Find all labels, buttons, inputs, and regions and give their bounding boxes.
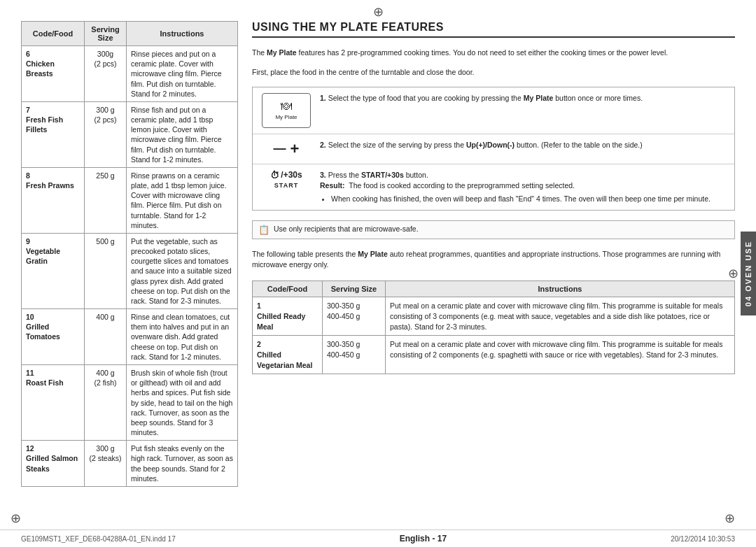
bottom-left-compass-icon: ⊕ xyxy=(10,511,21,526)
second-row-serving: 300-350 g400-450 g xyxy=(323,297,386,336)
second-row-serving: 300-350 g400-450 g xyxy=(323,336,386,374)
col-header-serving: Serving Size xyxy=(85,22,127,46)
second-row-instructions: Put meal on a ceramic plate and cover wi… xyxy=(386,336,735,374)
right-section: USING THE MY PLATE FEATURES The My Plate… xyxy=(252,21,735,523)
intro-text-2: First, place the food in the centre of t… xyxy=(252,67,735,78)
plus-icon: + xyxy=(290,140,300,158)
row-serving: 400 g(2 fish) xyxy=(85,364,127,440)
row-instructions: Rinse fish and put on a ceramic plate, a… xyxy=(127,101,238,167)
table-row: 6Chicken Breasts 300g(2 pcs) Rinse piece… xyxy=(22,46,238,102)
steps-box: 🍽 My Plate 1. Select the type of food th… xyxy=(252,87,735,211)
footer-left: GE109MST1_XEF_DE68-04288A-01_EN.indd 17 xyxy=(21,535,176,543)
row-serving: 400 g xyxy=(85,309,127,365)
second-table-row: 2Chilled Vegetarian Meal 300-350 g400-45… xyxy=(253,336,735,374)
row-serving: 300 g(2 pcs) xyxy=(85,101,127,167)
row-instructions: Put the vegetable, such as precooked pot… xyxy=(127,233,238,308)
step-1-num: 1. xyxy=(320,94,326,102)
page-container: ⊕ Code/Food Serving Size Instructions 6C… xyxy=(0,0,756,547)
table-row: 9Vegetable Gratin 500 g Put the vegetabl… xyxy=(22,233,238,308)
row-instructions: Rinse and clean tomatoes, cut them into … xyxy=(127,309,238,365)
step-2-num: 2. xyxy=(320,141,326,149)
row-code: 9Vegetable Gratin xyxy=(22,233,85,308)
second-col-header-code: Code/Food xyxy=(253,281,323,297)
row-instructions: Rinse pieces and put on a ceramic plate.… xyxy=(127,46,238,102)
bottom-right-compass-icon: ⊕ xyxy=(724,511,735,526)
row-instructions: Rinse prawns on a ceramic plate, add 1 t… xyxy=(127,167,238,233)
second-col-header-instructions: Instructions xyxy=(386,281,735,297)
row-code: 7Fresh Fish Fillets xyxy=(22,101,85,167)
plate-graphic: 🍽 xyxy=(281,100,292,113)
step-3-num: 3. xyxy=(320,171,326,179)
minus-icon: — xyxy=(274,141,286,156)
step-3-bullet-list: When cooking has finished, the oven will… xyxy=(331,194,729,204)
my-plate-label: My Plate xyxy=(275,114,297,120)
main-table: Code/Food Serving Size Instructions 6Chi… xyxy=(21,21,238,487)
my-plate-button-icon: 🍽 My Plate xyxy=(262,93,311,128)
footer-page-number: English - 17 xyxy=(400,534,447,544)
step-2-icon: — + xyxy=(258,140,314,158)
note-box: 📋 Use only recipients that are microwave… xyxy=(252,220,735,239)
note-text: Use only recipients that are microwave-s… xyxy=(274,225,419,233)
row-instructions: Put fish steaks evenly on the high rack.… xyxy=(127,441,238,487)
start-label: START xyxy=(274,182,298,189)
section-tab: 04 OVEN USE xyxy=(741,232,756,315)
timer-icon: ⏱ xyxy=(270,170,279,180)
intro-text-1: The My Plate features has 2 pre-programm… xyxy=(252,48,735,59)
second-table: Code/Food Serving Size Instructions 1Chi… xyxy=(252,280,735,374)
row-code: 11Roast Fish xyxy=(22,364,85,440)
second-table-row: 1Chilled Ready Meal 300-350 g400-450 g P… xyxy=(253,297,735,336)
left-section: Code/Food Serving Size Instructions 6Chi… xyxy=(21,21,238,523)
step-3-bullet: When cooking has finished, the oven will… xyxy=(331,194,729,204)
step-1-row: 🍽 My Plate 1. Select the type of food th… xyxy=(253,87,734,134)
table-row: 8Fresh Prawns 250 g Rinse prawns on a ce… xyxy=(22,167,238,233)
second-row-code: 2Chilled Vegetarian Meal xyxy=(253,336,323,374)
row-serving: 250 g xyxy=(85,167,127,233)
col-header-code: Code/Food xyxy=(22,22,85,46)
step-2-row: — + 2. Select the size of the serving by… xyxy=(253,134,734,164)
start-30s-symbol: ⏱ /+30s xyxy=(270,170,302,180)
footer-right: 20/12/2014 10:30:53 xyxy=(671,535,735,543)
right-compass-icon: ⊕ xyxy=(728,266,738,281)
table-row: 12Grilled Salmon Steaks 300 g(2 steaks) … xyxy=(22,441,238,487)
main-content: Code/Food Serving Size Instructions 6Chi… xyxy=(0,0,756,530)
row-serving: 300g(2 pcs) xyxy=(85,46,127,102)
plus-30s-text: /+30s xyxy=(281,170,302,180)
row-instructions: Brush skin of whole fish (trout or gilth… xyxy=(127,364,238,440)
row-code: 10Grilled Tomatoes xyxy=(22,309,85,365)
step-2-text: 2. Select the size of the serving by pre… xyxy=(320,140,729,151)
top-compass-icon: ⊕ xyxy=(373,4,384,20)
row-serving: 300 g(2 steaks) xyxy=(85,441,127,487)
step-3-icon: ⏱ /+30s START xyxy=(258,170,314,189)
start-button-icon: ⏱ /+30s START xyxy=(270,170,302,189)
step-1-text: 1. Select the type of food that you are … xyxy=(320,93,729,104)
page-title: USING THE MY PLATE FEATURES xyxy=(252,21,735,38)
section-tab-label: 04 OVEN USE xyxy=(744,241,752,306)
row-code: 12Grilled Salmon Steaks xyxy=(22,441,85,487)
col-header-instructions: Instructions xyxy=(127,22,238,46)
second-row-instructions: Put meal on a ceramic plate and cover wi… xyxy=(386,297,735,336)
row-code: 8Fresh Prawns xyxy=(22,167,85,233)
table-row: 7Fresh Fish Fillets 300 g(2 pcs) Rinse f… xyxy=(22,101,238,167)
table-row: 11Roast Fish 400 g(2 fish) Brush skin of… xyxy=(22,364,238,440)
step-1-icon: 🍽 My Plate xyxy=(258,93,314,128)
footer: GE109MST1_XEF_DE68-04288A-01_EN.indd 17 … xyxy=(0,530,756,547)
table-row: 10Grilled Tomatoes 400 g Rinse and clean… xyxy=(22,309,238,365)
second-row-code: 1Chilled Ready Meal xyxy=(253,297,323,336)
note-icon: 📋 xyxy=(258,225,270,235)
bottom-intro-text: The following table presents the My Plat… xyxy=(252,249,735,271)
step-3-text: 3. Press the START/+30s button. Result: … xyxy=(320,170,729,204)
plus-minus-icon: — + xyxy=(274,140,300,158)
row-code: 6Chicken Breasts xyxy=(22,46,85,102)
row-serving: 500 g xyxy=(85,233,127,308)
second-col-header-serving: Serving Size xyxy=(323,281,386,297)
step-3-row: ⏱ /+30s START 3. Press the START/+30s bu… xyxy=(253,164,734,210)
